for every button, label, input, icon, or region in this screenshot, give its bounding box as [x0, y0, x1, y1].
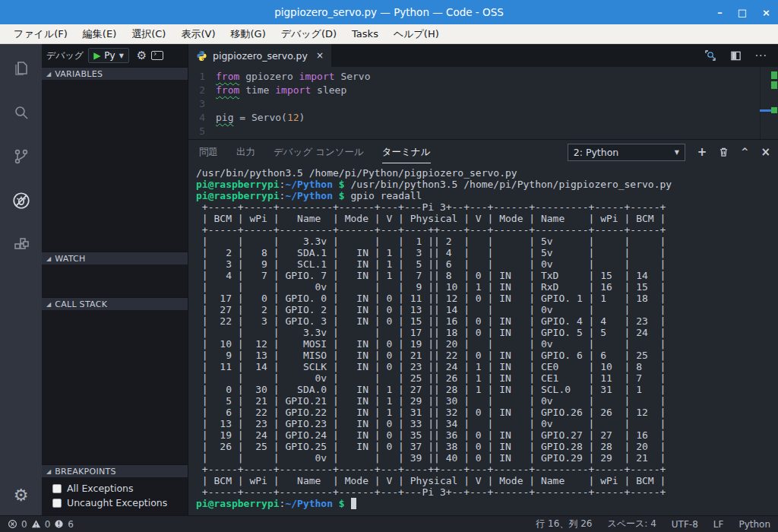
terminal-output: /usr/bin/python3.5 /home/pi/Python/pigpi… [196, 167, 778, 509]
close-button[interactable]: × [762, 7, 770, 18]
terminal[interactable]: /usr/bin/python3.5 /home/pi/Python/pigpi… [188, 164, 778, 515]
close-panel-icon[interactable]: × [761, 145, 770, 159]
terminal-line: | | | 3.3v | | | 1 || 2 | | | 5v | | | [196, 236, 778, 247]
tab-close-icon[interactable]: × [316, 50, 324, 61]
debug-launch-config[interactable]: ▶ Py ▼ [88, 48, 129, 63]
breakpoints-body: All Exceptions Uncaught Exceptions [42, 477, 188, 515]
vscode-window: pigpiozero_servo.py — Python — Code - OS… [0, 0, 778, 532]
menu-item[interactable]: デバッグ(D) [275, 26, 343, 43]
problems-status[interactable]: 0 0 6 [8, 519, 74, 530]
panel-tab-problems[interactable]: 問題 [199, 141, 218, 163]
search-icon [12, 103, 30, 122]
status-bar: 0 0 6 行 16、列 26 スペース: 4 UTF-8 LF Python [0, 515, 778, 532]
terminal-line: pi@raspberrypi:~/Python $ [196, 498, 778, 509]
terminal-select[interactable]: 2: Python ▼ [568, 144, 685, 161]
code-line: 3 [188, 97, 778, 111]
menu-item[interactable]: ヘルプ(H) [387, 26, 445, 43]
terminal-line: +-----+-----+---------+------+---+----++… [196, 464, 778, 475]
checkbox[interactable] [52, 484, 62, 493]
menu-item[interactable]: 選択(C) [125, 26, 172, 43]
terminal-line: +-----+-----+---------+------+---+---Pi … [196, 486, 778, 498]
info-count: 6 [68, 519, 74, 530]
activity-item-explorer[interactable] [11, 58, 32, 79]
manage-gear-icon[interactable]: ⚙ [14, 486, 29, 505]
terminal-line: | 22 | 3 | GPIO. 3 | IN | 0 | 15 || 16 |… [196, 315, 778, 327]
section-call-stack[interactable]: ◢ CALL STACK [42, 297, 188, 310]
expand-triangle-icon: ◢ [46, 255, 51, 262]
variables-body [42, 80, 188, 252]
encoding[interactable]: UTF-8 [672, 519, 698, 530]
call-stack-body [42, 310, 188, 464]
maximize-button[interactable]: □ [738, 7, 747, 18]
terminal-line: | 11 | 14 | SCLK | IN | 0 | 23 || 24 | 1… [196, 361, 778, 372]
eol[interactable]: LF [713, 519, 724, 530]
terminal-line: +-----+-----+---------+------+---+----++… [196, 224, 778, 236]
menu-item[interactable]: Tasks [346, 27, 384, 41]
activity-item-source-control[interactable] [11, 146, 32, 167]
debug-icon [11, 191, 31, 211]
terminal-line: /usr/bin/python3.5 /home/pi/Python/pigpi… [196, 167, 778, 179]
cursor-line-mark [760, 109, 771, 112]
terminal-line: | | | 0v | | | 39 || 40 | 0 | IN | GPIO.… [196, 452, 778, 464]
debug-console-icon[interactable] [151, 51, 163, 60]
terminal-line: | BCM | wPi | Name | Mode | V | Physical… [196, 213, 778, 224]
terminal-line: | | | 0v | | | 9 || 10 | 1 | IN | RxD | … [196, 281, 778, 293]
panel-tab-debug-console[interactable]: デバッグ コンソール [274, 141, 364, 163]
configure-gear-icon[interactable]: ⚙ [137, 49, 147, 62]
bottom-panel: 問題 出力 デバッグ コンソール ターミナル 2: Python ▼ + ^ [188, 139, 778, 515]
terminal-line: | 9 | 13 | MISO | IN | 0 | 21 || 22 | 0 … [196, 350, 778, 361]
menu-item[interactable]: 移動(G) [224, 26, 271, 43]
python-file-icon [196, 50, 207, 62]
kill-terminal-icon[interactable] [719, 147, 729, 157]
language-mode[interactable]: Python [738, 519, 770, 530]
terminal-line: | 5 | 21 | GPIO.21 | IN | 1 | 29 || 30 |… [196, 395, 778, 407]
checkbox[interactable] [52, 499, 62, 508]
cursor-position[interactable]: 行 16、列 26 [536, 518, 592, 530]
breakpoint-uncaught-exceptions[interactable]: Uncaught Exceptions [42, 496, 188, 510]
indentation[interactable]: スペース: 4 [607, 518, 656, 530]
panel-tab-output[interactable]: 出力 [236, 141, 255, 163]
code-line: 1from gpiozero import Servo [188, 70, 778, 84]
debug-config-name: Py [104, 50, 115, 61]
terminal-line: | 19 | 24 | GPIO.24 | IN | 0 | 35 || 36 … [196, 429, 778, 441]
warning-count: 0 [45, 519, 51, 530]
terminal-line: | 0 | 30 | SDA.0 | IN | 1 | 27 || 28 | 1… [196, 384, 778, 395]
breakpoint-all-exceptions[interactable]: All Exceptions [42, 481, 188, 496]
debug-toolbar-label: デバッグ [46, 49, 84, 62]
more-actions-icon[interactable]: ··· [755, 49, 767, 62]
overview-ruler [760, 67, 778, 139]
panel-header: 問題 出力 デバッグ コンソール ターミナル 2: Python ▼ + ^ [188, 140, 778, 164]
menu-item[interactable]: ファイル(F) [8, 26, 74, 43]
section-watch[interactable]: ◢ WATCH [42, 252, 188, 264]
new-terminal-icon[interactable]: + [697, 145, 707, 159]
maximize-panel-icon[interactable]: ^ [741, 147, 748, 157]
terminal-select-value: 2: Python [574, 147, 618, 158]
code-line: 5 [188, 125, 778, 138]
tab-pigpiozero-servo[interactable]: pigpiozero_servo.py × [188, 44, 331, 67]
activity-item-search[interactable] [11, 102, 32, 123]
minimize-button[interactable]: – [717, 7, 723, 18]
changed-line-mark [771, 71, 777, 79]
section-breakpoints[interactable]: ◢ BREAKPOINTS [42, 464, 188, 477]
panel-tab-terminal[interactable]: ターミナル [382, 141, 431, 163]
terminal-line: +-----+-----+---------+------+---+---Pi … [196, 201, 778, 213]
error-count: 0 [21, 519, 27, 530]
activity-item-debug[interactable] [11, 190, 32, 211]
menu-item[interactable]: 表示(V) [175, 26, 221, 43]
terminal-line: | | | 3.3v | | | 17 || 18 | 0 | IN | GPI… [196, 327, 778, 338]
start-debug-icon[interactable]: ▶ [93, 50, 100, 61]
source-control-icon [12, 147, 30, 166]
activity-item-extensions[interactable] [11, 234, 32, 255]
info-icon [54, 519, 64, 529]
section-variables[interactable]: ◢ VARIABLES [42, 67, 188, 80]
split-editor-icon[interactable] [730, 50, 742, 62]
menu-item[interactable]: 編集(E) [77, 26, 122, 43]
terminal-line: | 3 | 9 | SCL.1 | IN | 1 | 5 || 6 | | | … [196, 258, 778, 270]
expand-triangle-icon: ◢ [46, 301, 51, 308]
find-in-file-icon[interactable] [704, 49, 716, 62]
code-editor[interactable]: 1from gpiozero import Servo2from time im… [188, 67, 778, 139]
files-icon [12, 59, 30, 78]
terminal-line: | 4 | 7 | GPIO. 7 | IN | 1 | 7 || 8 | 0 … [196, 270, 778, 281]
terminal-line: | 27 | 2 | GPIO. 2 | IN | 0 | 13 || 14 |… [196, 304, 778, 315]
changed-line-mark [771, 107, 777, 113]
